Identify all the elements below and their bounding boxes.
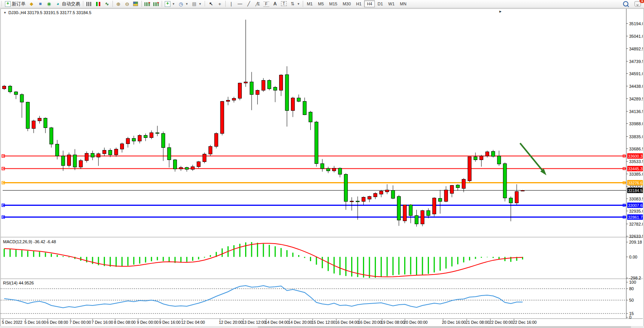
price-tick-label: 34438.0 xyxy=(629,84,643,89)
trend-arrow-shaft[interactable] xyxy=(520,143,543,172)
price-tick-label: 32935.0 xyxy=(629,209,643,213)
time-tick-label: 20 Dec 16:00 xyxy=(442,320,466,325)
auto-trading-button[interactable]: ◕ 自动交易 xyxy=(53,0,82,7)
time-tick-label: 22 Dec 00:00 xyxy=(489,320,513,325)
market-watch-button[interactable]: ◆ xyxy=(27,0,36,7)
candlestick-chart-button[interactable] xyxy=(94,0,103,7)
time-tick-label: 9 Dec 16:00 xyxy=(159,320,181,325)
chart-title-text: DJ30-,H4 33179.5 33191.5 33177.5 33184.5 xyxy=(8,10,92,15)
navigator-button[interactable]: ◉ xyxy=(45,0,53,7)
candle-body xyxy=(226,100,230,102)
trendline-tool[interactable]: ╱ xyxy=(244,0,253,7)
tile-windows-button[interactable] xyxy=(132,0,140,7)
tile-windows-icon xyxy=(133,2,138,6)
fibonacci-tool[interactable]: F xyxy=(262,0,271,7)
candle-body xyxy=(3,86,6,89)
price-tick-label: 33533.5 xyxy=(629,159,643,164)
candle-body xyxy=(368,197,371,199)
chart-menu-arrow-icon[interactable]: ► xyxy=(499,10,502,13)
timeframe-button-h4[interactable]: H4 xyxy=(364,0,375,7)
candle-body xyxy=(20,95,24,102)
time-tick-label: 12 Dec 20:00 xyxy=(219,320,243,325)
candle-body xyxy=(462,179,466,189)
timeframe-button-h1[interactable]: H1 xyxy=(353,0,364,7)
timeframe-button-m30[interactable]: M30 xyxy=(340,0,353,7)
candle-body xyxy=(244,82,247,83)
price-tick-label: 35194.0 xyxy=(629,21,643,26)
candle-body xyxy=(309,112,312,122)
timeframe-button-m1[interactable]: M1 xyxy=(304,0,315,7)
candle-body xyxy=(232,99,236,100)
period-dropdown[interactable]: ◷▼ xyxy=(177,0,190,7)
candle-body xyxy=(167,148,171,160)
rsi-tick-label: 100 xyxy=(629,280,636,284)
time-tick-label: 21 Dec 08:00 xyxy=(466,320,490,325)
candle-body xyxy=(56,144,59,156)
new-chart-dropdown[interactable]: +▼ xyxy=(163,0,177,7)
bar-chart-button[interactable] xyxy=(85,0,94,7)
time-tick-label: 12 Dec 04:00 xyxy=(181,320,205,325)
horizontal-scrollbar[interactable] xyxy=(0,326,644,328)
scrollbar-thumb[interactable] xyxy=(258,326,631,328)
candle-body xyxy=(385,190,389,192)
rsi-tick-label: 50 xyxy=(629,298,634,302)
timeframe-button-w1[interactable]: W1 xyxy=(385,0,397,7)
auto-scroll-button[interactable] xyxy=(143,0,152,7)
cursor-tool-button[interactable]: ↖ xyxy=(207,0,215,7)
rsi-tick-label: 80 xyxy=(629,286,634,291)
text-tool[interactable]: A xyxy=(271,0,279,7)
candle-body xyxy=(126,139,130,144)
timeframe-button-m15[interactable]: M15 xyxy=(326,0,340,7)
candle-body xyxy=(144,136,147,138)
price-tick-label: 33686.5 xyxy=(629,147,643,151)
zoom-out-button[interactable]: ⊖ xyxy=(123,0,132,7)
time-tick-label: 7 Dec 00:00 xyxy=(69,320,91,325)
crosshair-tool-button[interactable]: + xyxy=(215,0,224,7)
line-chart-button[interactable]: ∿ xyxy=(103,0,111,7)
macd-tick-label: 0.00 xyxy=(629,255,637,259)
price-tick-label: 33835.0 xyxy=(629,134,643,139)
candle-body xyxy=(432,198,436,214)
collapse-arrow-icon[interactable]: ▼ xyxy=(3,11,6,15)
timeframe-button-m5[interactable]: M5 xyxy=(315,0,326,7)
candle-body xyxy=(497,156,501,164)
search-button[interactable] xyxy=(622,0,630,7)
channel-icon: ╱E xyxy=(255,1,260,7)
chart-shift-icon xyxy=(153,2,159,6)
price-tick-label: 35041.0 xyxy=(629,34,643,39)
zoom-out-icon: ⊖ xyxy=(124,1,130,7)
arrows-tool-dropdown[interactable]: ⇅▼ xyxy=(288,0,302,7)
candle-body xyxy=(403,205,406,221)
label-tool[interactable]: T xyxy=(279,0,288,7)
equidistant-channel-tool[interactable]: ╱E xyxy=(253,0,262,7)
candle-body xyxy=(480,156,483,160)
candle-body xyxy=(474,157,477,160)
candlestick-chart-icon xyxy=(95,2,101,6)
timeframe-button-d1[interactable]: D1 xyxy=(375,0,385,7)
candle-body xyxy=(73,155,77,167)
notifications-button[interactable]: 1 xyxy=(633,0,642,7)
time-tick-label: 14 Dec 20:00 xyxy=(288,320,312,325)
zoom-in-button[interactable]: ⊕ xyxy=(114,0,123,7)
vertical-line-tool[interactable]: | xyxy=(227,0,236,7)
new-chart-icon: + xyxy=(165,1,170,7)
terminal-button[interactable]: ■ xyxy=(36,0,45,7)
toolbar-grip[interactable] xyxy=(204,1,206,6)
candle-body xyxy=(279,75,283,90)
price-level-label: 33600.3 xyxy=(628,154,642,158)
price-tick-label: 34892.5 xyxy=(629,47,643,51)
candle-body xyxy=(338,168,342,175)
chart-shift-button[interactable] xyxy=(152,0,161,7)
time-tick-label: 16 Dec 20:00 xyxy=(358,320,382,325)
timeframe-button-mn[interactable]: MN xyxy=(397,0,409,7)
chart-canvas[interactable]: 35194.035041.034892.534739.534591.034438… xyxy=(1,9,643,325)
new-order-button[interactable]: + 新订单 xyxy=(3,0,27,7)
toolbar-grip[interactable] xyxy=(1,1,3,6)
horizontal-line-tool[interactable]: — xyxy=(236,0,244,7)
time-tick-label: 14 Dec 04:00 xyxy=(265,320,289,325)
candle-body xyxy=(203,154,206,162)
toolbar-grip[interactable] xyxy=(82,1,84,6)
template-dropdown[interactable]: ▤▼ xyxy=(190,0,203,7)
time-tick-label: 13 Dec 12:00 xyxy=(242,320,266,325)
candle-body xyxy=(450,186,454,194)
